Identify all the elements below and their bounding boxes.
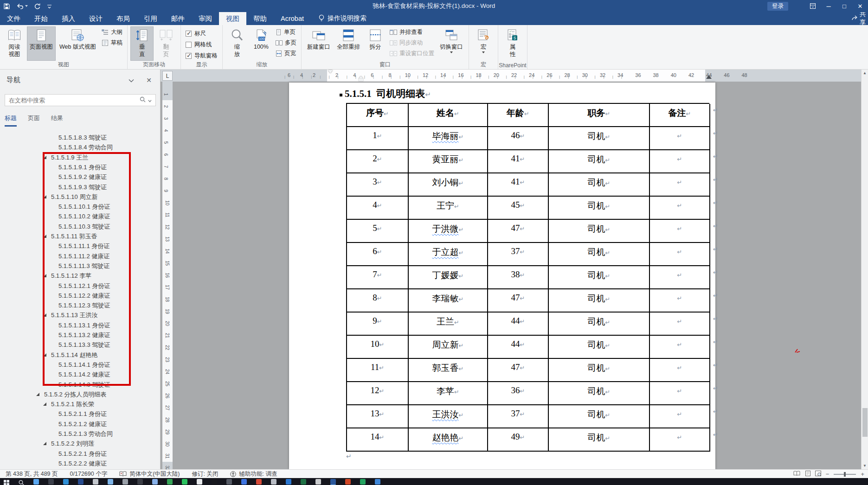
table-cell-age[interactable]: 37↵ bbox=[488, 405, 549, 428]
app-icon-2[interactable] bbox=[48, 479, 54, 485]
table-cell-note[interactable]: ↵ bbox=[650, 173, 710, 197]
expand-triangle-icon[interactable] bbox=[43, 442, 46, 445]
table-cell-duty[interactable]: 司机↵ bbox=[549, 428, 650, 452]
maximize-button[interactable]: □ bbox=[836, 0, 852, 12]
app-icon-1[interactable] bbox=[33, 479, 39, 485]
page-indicator[interactable]: 第 438 页, 共 489 页 bbox=[6, 470, 58, 478]
table-cell-age[interactable]: 41↵ bbox=[488, 173, 549, 197]
table-cell-note[interactable]: ↵ bbox=[650, 127, 710, 150]
table-cell-note[interactable]: ↵ bbox=[650, 220, 710, 243]
table-cell-age[interactable]: 41↵ bbox=[488, 150, 549, 173]
table-cell-no[interactable]: 12↵ bbox=[347, 382, 409, 405]
table-cell-duty[interactable]: 司机↵ bbox=[549, 336, 650, 359]
table-cell-name[interactable]: 王洪汝↵ bbox=[409, 405, 488, 428]
nav-heading-item[interactable]: 5.1.5.2.1.3 劳动合同 bbox=[58, 430, 113, 438]
table-cell-note[interactable]: ↵ bbox=[650, 428, 710, 452]
document-heading[interactable]: 5.1.5.1 司机明细表↵ bbox=[345, 87, 431, 100]
nav-heading-item[interactable]: 5.1.5.2 分拣人员明细表 bbox=[44, 390, 106, 399]
table-cell-no[interactable]: 1↵ bbox=[347, 127, 409, 150]
zoom-in-icon[interactable]: + bbox=[861, 471, 864, 478]
table-cell-note[interactable]: ↵ bbox=[650, 266, 710, 289]
table-cell-age[interactable]: 44↵ bbox=[488, 336, 549, 359]
table-cell-name[interactable]: 李瑞敏↵ bbox=[409, 289, 488, 313]
nav-heading-item[interactable]: 5.1.5.2.1.1 身份证 bbox=[58, 410, 107, 418]
table-cell-no[interactable]: 13↵ bbox=[347, 405, 409, 428]
table-header-cell[interactable]: 职务↵ bbox=[549, 104, 650, 127]
document-page[interactable]: 5.1.5.1 司机明细表↵ 序号↵姓名↵年龄↵职务↵备注↵1↵毕海丽↵46↵司… bbox=[289, 83, 715, 469]
vertical-ruler[interactable]: 1234567891011121314151617181920212223242… bbox=[162, 82, 173, 469]
table-cell-name[interactable]: 刘小铜↵ bbox=[409, 173, 488, 197]
close-button[interactable]: ✕ bbox=[852, 0, 868, 12]
app-icon-10[interactable] bbox=[212, 479, 217, 485]
outline-button[interactable]: 大纲 bbox=[100, 27, 124, 37]
table-cell-note[interactable]: ↵ bbox=[650, 405, 710, 428]
ruler-checkbox[interactable]: 标尺 bbox=[184, 28, 219, 38]
app-icon-4[interactable] bbox=[93, 479, 98, 485]
table-cell-note[interactable]: ↵ bbox=[650, 382, 710, 405]
start-icon[interactable] bbox=[4, 479, 9, 485]
table-cell-age[interactable]: 49↵ bbox=[488, 428, 549, 452]
table-cell-age[interactable]: 38↵ bbox=[488, 266, 549, 289]
zoom-100-button[interactable]: 100 100% bbox=[250, 26, 273, 61]
table-cell-duty[interactable]: 司机↵ bbox=[549, 173, 650, 197]
file-explorer-icon[interactable] bbox=[108, 479, 113, 485]
table-cell-name[interactable]: 于洪微↵ bbox=[409, 220, 488, 243]
table-cell-duty[interactable]: 司机↵ bbox=[549, 289, 650, 313]
app-icon-8[interactable] bbox=[167, 479, 173, 485]
tab-邮件[interactable]: 邮件 bbox=[164, 12, 192, 25]
app-icon-14[interactable] bbox=[271, 479, 276, 485]
table-header-cell[interactable]: 姓名↵ bbox=[409, 104, 488, 127]
word-count[interactable]: 0/172690 个字 bbox=[70, 470, 108, 478]
new-window-button[interactable]: 新建窗口 bbox=[304, 26, 333, 61]
table-cell-no[interactable]: 9↵ bbox=[347, 313, 409, 336]
table-header-cell[interactable]: 序号↵ bbox=[347, 104, 409, 127]
table-cell-no[interactable]: 7↵ bbox=[347, 266, 409, 289]
tab-视图[interactable]: 视图 bbox=[219, 12, 246, 25]
table-cell-no[interactable]: 10↵ bbox=[347, 336, 409, 359]
app-icon-15[interactable] bbox=[286, 479, 291, 485]
share-button[interactable]: 共享 bbox=[851, 12, 868, 25]
table-cell-no[interactable]: 11↵ bbox=[347, 359, 409, 382]
table-cell-note[interactable]: ↵ bbox=[650, 336, 710, 359]
first-line-indent-marker[interactable] bbox=[328, 70, 333, 73]
web-layout-button[interactable]: Web 版式视图 bbox=[57, 26, 99, 61]
nav-heading-item[interactable]: 5.1.5.1.8.3 驾驶证 bbox=[58, 134, 107, 142]
minimize-button[interactable]: ─ bbox=[821, 0, 836, 12]
edge-icon[interactable] bbox=[63, 479, 69, 485]
tab-审阅[interactable]: 审阅 bbox=[192, 12, 219, 25]
table-cell-duty[interactable]: 司机↵ bbox=[549, 197, 650, 220]
table-cell-note[interactable]: ↵ bbox=[650, 150, 710, 173]
vertical-scrollbar[interactable]: ▲ ▼ bbox=[861, 70, 868, 469]
nav-heading-item[interactable]: 5.1.5.2.1 陈长荣 bbox=[51, 400, 94, 408]
table-cell-note[interactable]: ↵ bbox=[650, 243, 710, 266]
table-cell-no[interactable]: 4↵ bbox=[347, 197, 409, 220]
read-mode-shortcut-icon[interactable] bbox=[793, 471, 801, 478]
app-icon-13[interactable] bbox=[256, 479, 262, 485]
table-cell-duty[interactable]: 司机↵ bbox=[549, 266, 650, 289]
table-cell-duty[interactable]: 司机↵ bbox=[549, 382, 650, 405]
tab-引用[interactable]: 引用 bbox=[137, 12, 164, 25]
table-cell-duty[interactable]: 司机↵ bbox=[549, 150, 650, 173]
switch-windows-button[interactable]: 切换窗口 bbox=[437, 26, 466, 61]
table-cell-age[interactable]: 46↵ bbox=[488, 127, 549, 150]
app-icon-17[interactable] bbox=[360, 479, 366, 485]
properties-button[interactable]: S 属 性 bbox=[501, 26, 524, 61]
table-cell-duty[interactable]: 司机↵ bbox=[549, 127, 650, 150]
table-cell-no[interactable]: 3↵ bbox=[347, 173, 409, 197]
scrollbar-thumb[interactable] bbox=[862, 408, 868, 437]
table-cell-age[interactable]: 47↵ bbox=[488, 359, 549, 382]
table-cell-note[interactable]: ↵ bbox=[650, 313, 710, 336]
expand-triangle-icon[interactable] bbox=[36, 393, 39, 396]
table-cell-duty[interactable]: 司机↵ bbox=[549, 359, 650, 382]
excel-icon[interactable] bbox=[301, 479, 306, 485]
table-cell-name[interactable]: 于立超↵ bbox=[409, 243, 488, 266]
nav-heading-item[interactable]: 5.1.5.2.2.1 身份证 bbox=[58, 450, 107, 458]
signin-button[interactable]: 登录 bbox=[767, 2, 788, 11]
app-icon-6[interactable] bbox=[137, 479, 143, 485]
vertical-button[interactable]: 垂 直 bbox=[130, 26, 154, 61]
table-cell-no[interactable]: 6↵ bbox=[347, 243, 409, 266]
app-icon-12[interactable] bbox=[241, 479, 247, 485]
print-layout-shortcut-icon[interactable] bbox=[805, 471, 810, 478]
table-cell-duty[interactable]: 司机↵ bbox=[549, 405, 650, 428]
split-button[interactable]: 拆分 bbox=[364, 26, 387, 61]
